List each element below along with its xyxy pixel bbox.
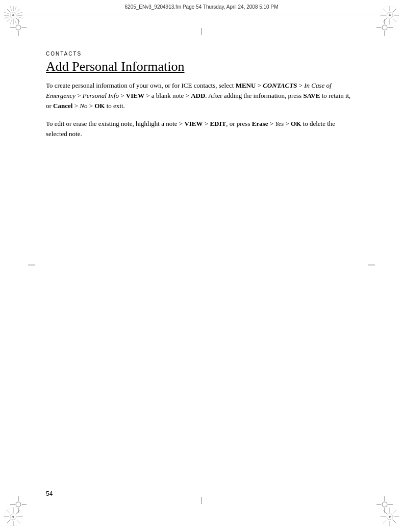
svg-line-49 bbox=[393, 520, 396, 523]
add-bold: ADD bbox=[191, 92, 205, 99]
erase-bold: Erase bbox=[252, 120, 268, 127]
cancel-bold: Cancel bbox=[53, 102, 72, 110]
svg-line-38 bbox=[16, 520, 20, 523]
crosshair-bottom-right bbox=[375, 495, 394, 514]
tick-left-center bbox=[28, 260, 35, 270]
svg-line-7 bbox=[16, 9, 20, 12]
tick-right-center bbox=[368, 260, 375, 270]
header-text: 6205_ENv3_9204913.fm Page 54 Thursday, A… bbox=[125, 4, 279, 10]
save-bold: SAVE bbox=[303, 92, 320, 99]
yes-italic: Yes bbox=[275, 120, 284, 127]
header-bar: 6205_ENv3_9204913.fm Page 54 Thursday, A… bbox=[0, 0, 403, 14]
crosshair-top-left bbox=[9, 18, 28, 37]
svg-point-19 bbox=[389, 14, 391, 16]
ok-bold-2: OK bbox=[291, 120, 301, 127]
svg-point-66 bbox=[382, 502, 387, 507]
section-title: Add Personal Information bbox=[46, 59, 357, 74]
svg-line-6 bbox=[7, 9, 10, 12]
crosshair-bottom-left bbox=[9, 495, 28, 514]
svg-point-30 bbox=[12, 516, 14, 518]
svg-point-61 bbox=[16, 502, 21, 507]
edit-bold: EDIT bbox=[210, 120, 226, 127]
paragraph-2: To edit or erase the existing note, high… bbox=[46, 119, 357, 139]
tick-bottom-center bbox=[196, 497, 207, 504]
svg-line-12 bbox=[4, 12, 9, 14]
paragraph-1: To create personal information of your o… bbox=[46, 81, 357, 111]
svg-line-13 bbox=[4, 17, 9, 18]
ok-bold-1: OK bbox=[94, 102, 105, 110]
svg-point-1 bbox=[12, 14, 14, 16]
svg-line-37 bbox=[7, 520, 10, 523]
contacts-bold-italic: CONTACTS bbox=[263, 82, 297, 89]
view-bold-2: VIEW bbox=[184, 120, 203, 127]
svg-line-14 bbox=[18, 12, 23, 14]
no-italic: No bbox=[80, 102, 87, 110]
svg-point-56 bbox=[382, 25, 387, 30]
tick-top-center bbox=[196, 28, 207, 35]
svg-point-41 bbox=[389, 516, 391, 518]
view-bold: VIEW bbox=[126, 92, 144, 99]
section-label: CONTACTS bbox=[46, 51, 357, 57]
svg-line-11 bbox=[15, 6, 16, 11]
content-area: CONTACTS Add Personal Information To cre… bbox=[46, 51, 357, 481]
svg-line-24 bbox=[383, 9, 387, 12]
svg-line-10 bbox=[10, 6, 12, 11]
page-number: 54 bbox=[46, 490, 53, 497]
svg-line-25 bbox=[393, 9, 396, 12]
menu-bold: MENU bbox=[236, 82, 256, 89]
svg-line-48 bbox=[383, 520, 387, 523]
crosshair-top-right bbox=[375, 18, 394, 37]
page: 6205_ENv3_9204913.fm Page 54 Thursday, A… bbox=[0, 0, 403, 532]
svg-point-51 bbox=[16, 25, 21, 30]
personal-info-italic: Personal Info bbox=[83, 92, 119, 99]
